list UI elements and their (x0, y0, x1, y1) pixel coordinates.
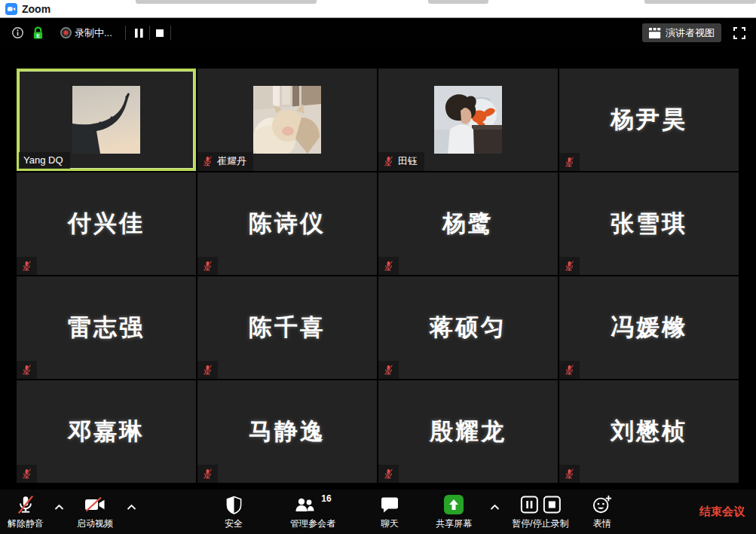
participant-tile[interactable]: 崔耀丹 (197, 69, 377, 171)
start-video-button[interactable]: 启动视频 (77, 493, 113, 530)
muted-mic-icon (378, 257, 399, 275)
security-button[interactable]: 安全 (225, 493, 243, 530)
participant-name: 马静逸 (197, 380, 377, 483)
recording-dot-icon (58, 19, 73, 47)
camera-off-icon (84, 493, 106, 516)
reactions-label: 表情 (593, 517, 611, 530)
zoom-logo-icon (5, 3, 17, 15)
participant-name: 付兴佳 (17, 172, 196, 275)
participant-tile[interactable]: 杨尹昊 (559, 69, 739, 171)
participant-tile[interactable]: 雷志强 (17, 276, 196, 379)
muted-mic-icon (17, 257, 37, 275)
muted-mic-icon (559, 361, 580, 379)
background-window-shadow (136, 0, 317, 4)
muted-mic-icon (378, 361, 399, 379)
encryption-lock-icon[interactable]: E (30, 19, 45, 47)
meeting-bottom-toolbar: 解除静音 启动视频 安全 (0, 490, 756, 534)
window-title-bar: Zoom (0, 0, 756, 18)
muted-mic-icon (559, 153, 580, 171)
manage-participants-label: 管理参会者 (290, 517, 335, 530)
window-title: Zoom (22, 3, 51, 15)
share-screen-icon (444, 495, 464, 514)
share-screen-button[interactable]: 共享屏幕 (436, 493, 472, 530)
muted-mic-icon (378, 465, 399, 483)
reactions-button[interactable]: 表情 (592, 493, 612, 530)
recording-status-text: 录制中... (75, 19, 112, 47)
pause-stop-recording-button[interactable]: 暂停/停止录制 (512, 493, 568, 530)
muted-mic-icon (559, 465, 580, 483)
participant-name: 陈千喜 (197, 276, 377, 379)
chat-bubble-icon (381, 493, 399, 516)
meeting-top-toolbar: E 录制中... 演讲者视图 (0, 19, 756, 47)
participants-icon (294, 496, 315, 514)
mic-muted-icon (16, 493, 35, 516)
start-video-label: 启动视频 (77, 517, 113, 530)
muted-mic-icon (559, 257, 580, 275)
participant-name: 蒋硕匀 (378, 276, 558, 379)
pause-stop-recording-label: 暂停/停止录制 (512, 517, 568, 530)
participant-tile[interactable]: 田钰 (378, 69, 558, 171)
participant-tile[interactable]: 蒋硕匀 (378, 276, 558, 379)
participant-tile[interactable]: 邓嘉琳 (17, 380, 196, 483)
audio-options-chevron-up-icon[interactable] (53, 502, 65, 512)
chat-label: 聊天 (381, 517, 399, 530)
participants-count: 16 (321, 493, 331, 504)
participant-name: 雷志强 (17, 276, 196, 379)
end-meeting-button[interactable]: 结束会议 (699, 490, 745, 534)
participant-name-label: Yang DQ (19, 152, 70, 169)
participant-tile[interactable]: 张雪琪 (559, 172, 739, 275)
pause-recording-icon[interactable] (130, 19, 147, 47)
fullscreen-icon[interactable] (732, 26, 747, 41)
gallery-grid-icon (649, 28, 661, 38)
participant-tile[interactable]: 马静逸 (197, 380, 377, 483)
participant-avatar (434, 86, 502, 154)
svg-text:E: E (36, 32, 40, 38)
participant-tile[interactable]: 付兴佳 (17, 172, 196, 275)
participant-name-label: 崔耀丹 (197, 152, 253, 171)
unmute-button[interactable]: 解除静音 (8, 493, 44, 530)
unmute-label: 解除静音 (8, 517, 44, 530)
muted-mic-icon (197, 465, 218, 483)
participant-tile[interactable]: 陈诗仪 (197, 172, 377, 275)
pause-icon[interactable] (520, 496, 538, 514)
participant-name: Yang DQ (23, 154, 63, 166)
participant-name: 陈诗仪 (197, 172, 377, 275)
participant-name: 崔耀丹 (217, 154, 246, 168)
stop-icon[interactable] (543, 496, 561, 514)
participant-avatar (253, 86, 321, 154)
participant-name: 杨鹭 (378, 172, 558, 275)
participant-name: 刘懋桢 (559, 380, 739, 483)
participant-avatar (72, 86, 140, 154)
share-options-chevron-up-icon[interactable] (488, 502, 500, 512)
participant-name: 殷耀龙 (378, 380, 558, 483)
stop-recording-icon[interactable] (152, 19, 168, 47)
meeting-info-icon[interactable] (10, 19, 25, 47)
background-window-shadow (644, 0, 756, 4)
participant-name: 邓嘉琳 (17, 380, 196, 483)
participant-tile[interactable]: 殷耀龙 (378, 380, 558, 483)
participant-name: 冯媛橼 (559, 276, 739, 379)
participant-tile[interactable]: 杨鹭 (378, 172, 558, 275)
share-screen-label: 共享屏幕 (436, 517, 472, 530)
speaker-view-label: 演讲者视图 (666, 26, 715, 40)
shield-icon (225, 493, 243, 516)
chat-button[interactable]: 聊天 (381, 493, 399, 530)
manage-participants-button[interactable]: 16 管理参会者 (290, 493, 335, 530)
muted-mic-icon (197, 257, 218, 275)
muted-mic-icon (383, 155, 394, 167)
smiley-plus-icon (592, 493, 612, 516)
participant-tile[interactable]: 陈千喜 (197, 276, 377, 379)
muted-mic-icon (17, 465, 37, 483)
participant-tile[interactable]: 冯媛橼 (559, 276, 739, 379)
participant-name: 田钰 (398, 154, 418, 168)
muted-mic-icon (197, 361, 218, 379)
divider (170, 26, 171, 40)
participant-tile[interactable]: 刘懋桢 (559, 380, 739, 483)
participant-tile[interactable]: Yang DQ (17, 69, 196, 171)
video-grid: Yang DQ (17, 69, 739, 483)
speaker-view-button[interactable]: 演讲者视图 (642, 23, 721, 42)
participant-name: 张雪琪 (559, 172, 739, 275)
muted-mic-icon (17, 361, 37, 379)
video-options-chevron-up-icon[interactable] (125, 502, 137, 512)
participant-name: 杨尹昊 (559, 69, 739, 171)
